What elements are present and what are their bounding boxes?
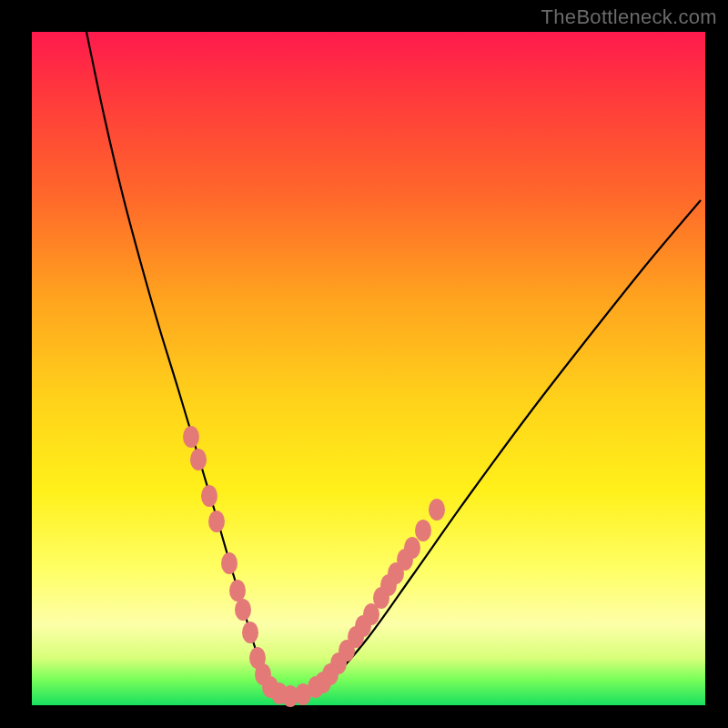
chart-svg bbox=[32, 32, 705, 705]
bead-marker bbox=[235, 599, 251, 621]
bead-group bbox=[183, 426, 445, 707]
bead-marker bbox=[221, 552, 238, 574]
bead-marker bbox=[242, 622, 258, 643]
bead-marker bbox=[229, 580, 246, 602]
plot-area bbox=[32, 32, 705, 705]
outer-frame: TheBottleneck.com bbox=[0, 0, 728, 728]
bead-marker bbox=[208, 511, 225, 532]
bottleneck-curve bbox=[86, 32, 701, 696]
watermark-text: TheBottleneck.com bbox=[541, 5, 717, 29]
bead-marker bbox=[201, 485, 217, 507]
bead-marker bbox=[415, 520, 431, 541]
bead-marker bbox=[429, 499, 445, 521]
bead-marker bbox=[183, 426, 199, 448]
bead-marker bbox=[190, 449, 207, 470]
bead-marker bbox=[404, 537, 420, 559]
